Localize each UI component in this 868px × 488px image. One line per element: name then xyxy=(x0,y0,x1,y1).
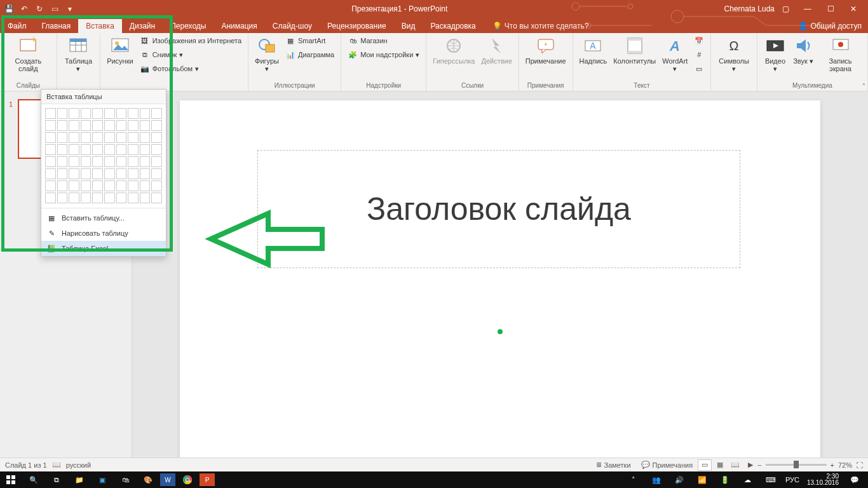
table-grid-cell[interactable] xyxy=(81,120,92,131)
close-button[interactable]: ✕ xyxy=(843,3,864,15)
table-grid-cell[interactable] xyxy=(128,144,139,155)
zoom-out-button[interactable]: − xyxy=(757,461,761,469)
slide-canvas-area[interactable]: Заголовок слайда xyxy=(132,92,868,458)
slide-number-button[interactable]: # xyxy=(691,48,707,61)
table-grid-cell[interactable] xyxy=(81,132,92,143)
draw-table-item[interactable]: ✎Нарисовать таблицу xyxy=(41,226,166,241)
table-grid-cell[interactable] xyxy=(116,144,127,155)
tab-design[interactable]: Дизайн xyxy=(122,19,163,33)
table-grid-cell[interactable] xyxy=(128,120,139,131)
word-taskbar-button[interactable]: W xyxy=(160,473,175,486)
table-grid-cell[interactable] xyxy=(92,120,103,131)
table-grid-cell[interactable] xyxy=(151,144,162,155)
table-grid-cell[interactable] xyxy=(128,108,139,119)
zoom-value[interactable]: 72% xyxy=(838,461,852,469)
table-grid-cell[interactable] xyxy=(45,180,56,191)
tray-power-icon[interactable]: 🔋 xyxy=(714,471,736,488)
table-grid-cell[interactable] xyxy=(92,144,103,155)
language-indicator[interactable]: русский xyxy=(66,461,91,469)
chrome-taskbar-button[interactable] xyxy=(177,471,198,488)
table-grid-cell[interactable] xyxy=(69,168,79,179)
qat-customize-icon[interactable]: ▾ xyxy=(65,4,75,14)
store-button[interactable]: 🛍Магазин xyxy=(345,34,422,47)
notes-button[interactable]: ≣Заметки xyxy=(591,461,636,469)
new-slide-button[interactable]: Создать слайд xyxy=(4,34,53,74)
title-placeholder[interactable]: Заголовок слайда xyxy=(257,150,740,268)
table-grid-cell[interactable] xyxy=(128,132,139,143)
slideshow-view-button[interactable]: ▶ xyxy=(743,459,757,471)
table-grid-cell[interactable] xyxy=(57,156,68,167)
table-grid-cell[interactable] xyxy=(92,180,103,191)
table-grid-cell[interactable] xyxy=(104,193,115,203)
table-grid-cell[interactable] xyxy=(81,168,92,179)
object-button[interactable]: ▭ xyxy=(691,62,707,75)
tray-clock[interactable]: 2:30 13.10.2016 xyxy=(803,473,843,486)
table-grid-cell[interactable] xyxy=(81,193,92,203)
table-grid-cell[interactable] xyxy=(116,168,127,179)
table-grid-cell[interactable] xyxy=(69,156,79,167)
table-grid-cell[interactable] xyxy=(128,193,139,203)
excel-table-item[interactable]: 📗Таблица Excel xyxy=(41,241,166,256)
table-grid-cell[interactable] xyxy=(128,180,139,191)
audio-button[interactable]: Звук ▾ xyxy=(790,34,816,66)
table-grid-cell[interactable] xyxy=(69,132,79,143)
screen-recording-button[interactable]: Запись экрана xyxy=(817,34,864,74)
tab-file[interactable]: Файл xyxy=(0,19,34,33)
qat-save-icon[interactable]: 💾 xyxy=(4,4,14,14)
table-grid-cell[interactable] xyxy=(151,132,162,143)
spell-check-icon[interactable]: 📖 xyxy=(47,461,66,469)
table-grid-cell[interactable] xyxy=(45,120,56,131)
table-grid-cell[interactable] xyxy=(81,108,92,119)
maximize-button[interactable]: ☐ xyxy=(820,3,841,15)
comments-button[interactable]: 💬Примечания xyxy=(636,461,698,469)
table-grid-cell[interactable] xyxy=(151,156,162,167)
table-grid-cell[interactable] xyxy=(140,156,151,167)
shapes-button[interactable]: Фигуры ▾ xyxy=(252,34,281,74)
qat-start-from-beginning-icon[interactable]: ▭ xyxy=(50,4,60,14)
tab-review[interactable]: Рецензирование xyxy=(320,19,394,33)
textbox-button[interactable]: A Надпись xyxy=(577,34,610,66)
table-grid-cell[interactable] xyxy=(57,168,68,179)
table-grid-cell[interactable] xyxy=(151,193,162,203)
share-button[interactable]: 👤 Общий доступ xyxy=(792,19,868,33)
table-grid-cell[interactable] xyxy=(69,144,79,155)
chart-button[interactable]: 📊Диаграмма xyxy=(283,48,337,61)
table-grid-cell[interactable] xyxy=(104,180,115,191)
powerpoint-taskbar-button[interactable]: P xyxy=(200,473,215,486)
photo-album-button[interactable]: 📷Фотоальбом ▾ xyxy=(137,62,244,75)
tell-me-search[interactable]: 💡 Что вы хотите сделать? xyxy=(489,19,593,33)
table-grid-cell[interactable] xyxy=(151,120,162,131)
tray-keyboard-icon[interactable]: ⌨ xyxy=(760,471,782,488)
ribbon-display-options-icon[interactable]: ▢ xyxy=(782,4,789,13)
tray-onedrive-icon[interactable]: ☁ xyxy=(737,471,759,488)
tab-storyboarding[interactable]: Раскадровка xyxy=(423,19,483,33)
zoom-slider[interactable] xyxy=(766,464,827,466)
table-grid-cell[interactable] xyxy=(45,156,56,167)
table-grid-cell[interactable] xyxy=(69,180,79,191)
video-button[interactable]: Видео ▾ xyxy=(761,34,789,74)
table-grid-cell[interactable] xyxy=(104,108,115,119)
table-grid-cell[interactable] xyxy=(92,168,103,179)
table-grid-cell[interactable] xyxy=(92,193,103,203)
smartart-button[interactable]: ▦SmartArt xyxy=(283,34,337,47)
table-grid-cell[interactable] xyxy=(140,180,151,191)
table-grid-cell[interactable] xyxy=(116,193,127,203)
table-grid-cell[interactable] xyxy=(92,108,103,119)
tab-home[interactable]: Главная xyxy=(34,19,79,33)
symbols-button[interactable]: Ω Символы ▾ xyxy=(715,34,752,74)
zoom-in-button[interactable]: + xyxy=(831,461,834,469)
table-grid-cell[interactable] xyxy=(81,180,92,191)
table-grid-cell[interactable] xyxy=(116,156,127,167)
normal-view-button[interactable]: ▭ xyxy=(698,459,712,471)
screenshot-button[interactable]: ⧉Снимок ▾ xyxy=(137,48,244,61)
qat-undo-icon[interactable]: ↶ xyxy=(19,4,29,14)
date-time-button[interactable]: 📅 xyxy=(691,34,707,47)
table-grid-cell[interactable] xyxy=(116,108,127,119)
table-grid-cell[interactable] xyxy=(69,193,79,203)
table-grid-cell[interactable] xyxy=(140,108,151,119)
table-grid-cell[interactable] xyxy=(45,168,56,179)
tab-view[interactable]: Вид xyxy=(394,19,423,33)
store-taskbar-button[interactable]: 🛍 xyxy=(114,471,136,488)
my-addins-button[interactable]: 🧩Мои надстройки ▾ xyxy=(345,48,422,61)
table-grid-cell[interactable] xyxy=(45,108,56,119)
